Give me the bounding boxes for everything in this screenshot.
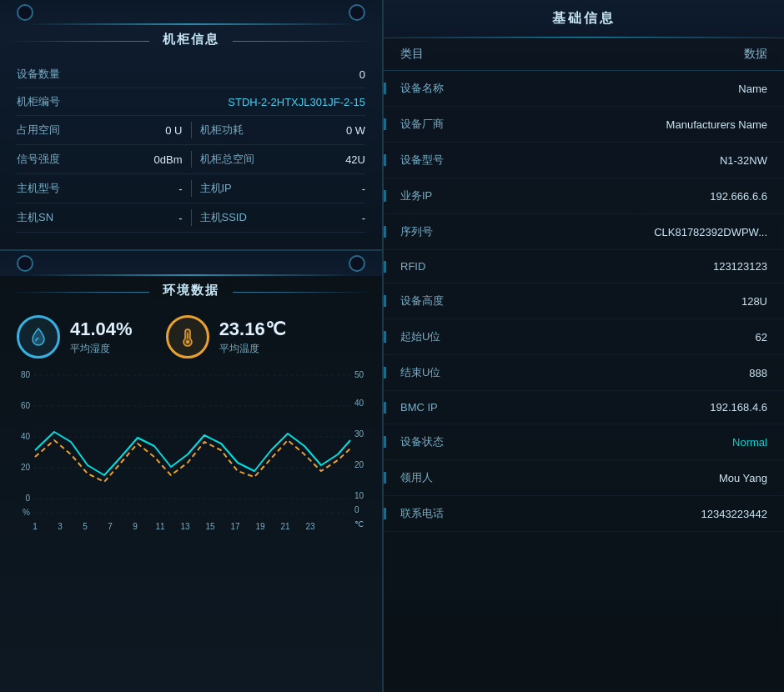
row-label: RFID xyxy=(400,260,425,273)
row-value: 192.666.6.6 xyxy=(710,190,767,203)
col-ssid: 主机SSID - xyxy=(200,210,366,225)
svg-text:20: 20 xyxy=(21,463,31,472)
col-space: 占用空间 0 U xyxy=(17,123,183,138)
svg-text:13: 13 xyxy=(180,522,190,531)
col-power: 机柜功耗 0 W xyxy=(200,123,366,138)
temp-text: 23.16℃ 平均温度 xyxy=(219,318,286,356)
label-ssid: 主机SSID xyxy=(200,210,250,225)
panel-top-decoration xyxy=(0,0,382,25)
svg-text:0: 0 xyxy=(354,505,359,514)
deco-circle-right xyxy=(349,4,365,21)
humidity-value: 41.04% xyxy=(70,318,133,340)
stat-temperature: 23.16℃ 平均温度 xyxy=(166,315,286,359)
table-body: 设备名称Name设备厂商Manufacturers Name设备型号N1-32N… xyxy=(384,71,784,692)
env-top-decoration xyxy=(0,251,382,276)
env-deco-circle-left xyxy=(17,255,33,272)
svg-text:50: 50 xyxy=(354,370,364,379)
table-row: 序列号CLK81782392DWPW... xyxy=(384,214,784,250)
table-header-value: 数据 xyxy=(744,47,767,62)
svg-text:5: 5 xyxy=(83,522,88,531)
svg-text:40: 40 xyxy=(354,399,364,408)
cabinet-header: 机柜信息 xyxy=(0,25,382,56)
svg-text:20: 20 xyxy=(354,460,364,469)
svg-text:9: 9 xyxy=(133,522,138,531)
value-host-ip: - xyxy=(362,183,365,195)
svg-text:60: 60 xyxy=(21,401,31,410)
row-label: 设备型号 xyxy=(400,153,444,168)
label-power: 机柜功耗 xyxy=(200,123,250,138)
table-row: 起始U位62 xyxy=(384,319,784,355)
env-deco-circle-right xyxy=(349,255,365,272)
svg-text:80: 80 xyxy=(21,370,31,379)
table-row: 设备状态Normal xyxy=(384,424,784,460)
col-divider-1 xyxy=(191,122,192,138)
temp-label: 平均温度 xyxy=(219,342,286,356)
svg-text:1: 1 xyxy=(33,522,38,531)
stat-humidity: 41.04% 平均湿度 xyxy=(17,315,133,359)
label-space: 占用空间 xyxy=(17,123,67,138)
value-cabinet-id: STDH-2-2HTXJL301JF-2-15 xyxy=(228,96,365,108)
row-value: Name xyxy=(738,83,767,95)
svg-text:15: 15 xyxy=(205,522,215,531)
chart-container: 80 60 40 20 0 % 50 40 30 20 10 0 ℃ 1 3 5… xyxy=(0,367,382,545)
label-cabinet-id: 机柜编号 xyxy=(17,94,83,109)
row-value: 888 xyxy=(749,367,767,379)
humidity-icon xyxy=(17,315,60,359)
cabinet-row-signal-total: 信号强度 0dBm 机柜总空间 42U xyxy=(17,145,365,174)
table-row: BMC IP192.168.4.6 xyxy=(384,391,784,424)
col-total-space: 机柜总空间 42U xyxy=(200,152,366,167)
right-header: 基础信息 xyxy=(384,0,784,38)
cabinet-section: 机柜信息 设备数量 0 机柜编号 STDH-2-2HTXJL301JF-2-15… xyxy=(0,25,382,251)
row-value: 192.168.4.6 xyxy=(710,401,767,414)
cabinet-title: 机柜信息 xyxy=(149,32,233,46)
deco-circle-left xyxy=(17,4,33,21)
row-label: BMC IP xyxy=(400,401,438,414)
svg-text:11: 11 xyxy=(155,522,165,531)
col-host-ip: 主机IP - xyxy=(200,181,366,196)
svg-text:40: 40 xyxy=(21,432,31,441)
cabinet-row-sn-ssid: 主机SN - 主机SSID - xyxy=(17,203,365,233)
col-divider-2 xyxy=(191,151,192,168)
table-row: 设备高度128U xyxy=(384,283,784,319)
row-label: 业务IP xyxy=(400,188,432,203)
row-value: 128U xyxy=(741,295,767,308)
table-row: 设备型号N1-32NW xyxy=(384,143,784,178)
label-host-ip: 主机IP xyxy=(200,181,250,196)
table-row: 业务IP192.666.6.6 xyxy=(384,178,784,214)
svg-text:3: 3 xyxy=(58,522,63,531)
value-device-count: 0 xyxy=(359,68,365,81)
value-sn: - xyxy=(178,212,182,224)
value-ssid: - xyxy=(362,212,365,224)
label-signal: 信号强度 xyxy=(17,152,67,167)
env-section: 环境数据 41.04% 平均湿度 xyxy=(0,251,382,692)
svg-text:23: 23 xyxy=(305,522,315,531)
row-label: 设备状态 xyxy=(400,434,444,449)
row-label: 设备高度 xyxy=(400,293,444,308)
env-chart: 80 60 40 20 0 % 50 40 30 20 10 0 ℃ 1 3 5… xyxy=(8,367,375,542)
row-label: 设备厂商 xyxy=(400,117,444,132)
value-space: 0 U xyxy=(165,124,182,137)
col-signal: 信号强度 0dBm xyxy=(17,152,183,167)
env-stats: 41.04% 平均湿度 23.16℃ 平均温度 xyxy=(0,307,382,367)
env-header: 环境数据 xyxy=(0,276,382,307)
row-value: 62 xyxy=(756,331,767,343)
table-row: 设备名称Name xyxy=(384,71,784,107)
row-value: 123123123 xyxy=(713,260,767,273)
table-header: 类目 数据 xyxy=(384,38,784,71)
col-host-model: 主机型号 - xyxy=(17,181,183,196)
label-host-model: 主机型号 xyxy=(17,181,67,196)
value-total-space: 42U xyxy=(345,153,365,166)
temp-value: 23.16℃ xyxy=(219,318,286,340)
right-panel: 基础信息 类目 数据 设备名称Name设备厂商Manufacturers Nam… xyxy=(384,0,784,692)
col-divider-4 xyxy=(191,209,192,226)
col-sn: 主机SN - xyxy=(17,210,183,225)
humidity-label: 平均湿度 xyxy=(70,342,133,356)
svg-text:7: 7 xyxy=(108,522,113,531)
col-divider-3 xyxy=(191,180,192,197)
value-power: 0 W xyxy=(346,124,365,137)
row-label: 联系电话 xyxy=(400,506,444,521)
table-row: 设备厂商Manufacturers Name xyxy=(384,107,784,143)
table-header-label: 类目 xyxy=(400,47,424,62)
left-panel: 机柜信息 设备数量 0 机柜编号 STDH-2-2HTXJL301JF-2-15… xyxy=(0,0,384,692)
cabinet-row-device-count: 设备数量 0 xyxy=(17,61,365,88)
